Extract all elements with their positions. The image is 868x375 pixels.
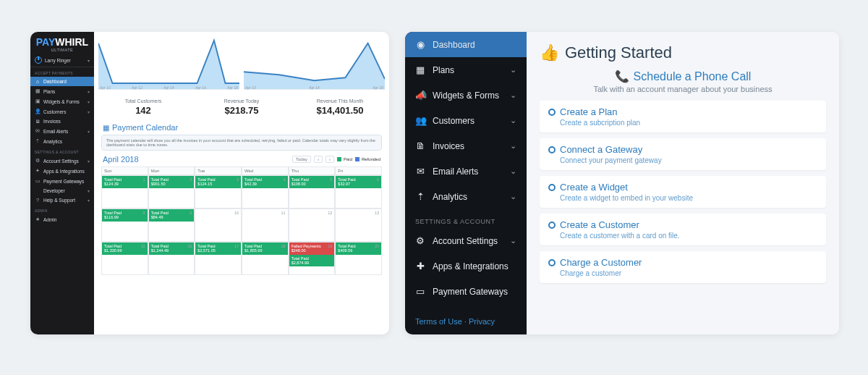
calendar-icon: ▦	[35, 88, 41, 94]
chevron-down-icon: ⌄	[510, 167, 516, 176]
step-card-charge-a-customer[interactable]: Charge a CustomerCharge a customer	[540, 251, 826, 283]
invoices-icon: 🗎	[35, 119, 41, 124]
sidebar-item-customers[interactable]: 👤Customers▾	[30, 106, 94, 117]
chevron-down-icon: ▾	[88, 89, 90, 94]
user-name: Larry Ringer	[45, 58, 71, 63]
calendar-cell[interactable]: 16Total Paid$1,244.49	[148, 242, 195, 275]
widgets-icon: ▣	[35, 98, 41, 104]
chart-customers: Apr 10Apr 12Apr 14Apr 16Apr 18	[98, 32, 239, 90]
email-icon: ✉	[35, 128, 41, 134]
sidebar-item-account-settings[interactable]: ⚙Account Settings⌄	[405, 228, 527, 253]
calendar-cell[interactable]: 15Total Paid$1,330.99	[101, 242, 148, 275]
day-header: Mon	[148, 167, 195, 175]
sidebar-item-account-settings[interactable]: ⚙Account Settings▾	[30, 156, 94, 166]
dashboard-icon: ◉	[415, 39, 425, 50]
payment-calendar-title: ▦ Payment Calendar	[94, 123, 389, 135]
right-sidebar: ◉Dashboard▦Plans⌄📣Widgets & Forms⌄👥Custo…	[405, 32, 527, 334]
chevron-down-icon: ▾	[88, 58, 90, 63]
calendar-cell[interactable]: 10	[195, 208, 242, 242]
sidebar-item-admin[interactable]: ★Admin	[30, 214, 94, 224]
calendar-cell[interactable]: 8Total Paid$116.99	[101, 208, 148, 242]
chevron-down-icon: ▾	[88, 159, 90, 164]
privacy-link[interactable]: Privacy	[469, 317, 495, 326]
calendar-cell[interactable]: 3Total Paid$124.15	[195, 175, 242, 208]
sidebar-item-dashboard[interactable]: ⌂Dashboard	[30, 77, 94, 86]
calendar-event[interactable]: Total Paid$124.39	[102, 176, 148, 188]
prev-button[interactable]: ‹	[314, 156, 323, 163]
calendar-info: The payment calendar will show you all t…	[101, 135, 382, 151]
circle-icon	[548, 184, 556, 191]
sidebar-item-apps-integrations[interactable]: ✚Apps & Integrations	[405, 253, 527, 279]
calendar-event[interactable]: Total Paid$901.50	[149, 176, 195, 188]
calendar-cell[interactable]: 2Total Paid$901.50	[148, 175, 195, 208]
sidebar-item-plans[interactable]: ▦Plans⌄	[405, 57, 527, 83]
kpi-revenue-today: Revenue Today$218.75	[192, 98, 291, 116]
sidebar-item-email-alerts[interactable]: ✉Email Alerts⌄	[405, 159, 527, 184]
calendar-event[interactable]: Total Paid$116.99	[102, 209, 148, 222]
section-header: SETTINGS & ACCOUNT	[30, 146, 94, 156]
sidebar-item-analytics[interactable]: ⇡Analytics⌄	[405, 184, 527, 209]
calendar-cell[interactable]: 11	[242, 208, 289, 242]
schedule-call-sub: Talk with an account manager about your …	[540, 85, 826, 93]
sidebar-item-widgets-forms[interactable]: ▣Widgets & Forms▾	[30, 96, 94, 106]
schedule-call-link[interactable]: 📞Schedule a Phone Call	[540, 69, 826, 83]
chart-revenue: Apr 10Apr 14Apr 18	[244, 32, 385, 90]
sidebar-item-payment-gateways[interactable]: ▭Payment Gateways	[405, 279, 527, 304]
today-button[interactable]: Today	[292, 156, 311, 163]
sidebar-item-help-support[interactable]: ?Help & Support▾	[30, 195, 94, 205]
getting-started-title: 👍 Getting Started	[540, 43, 826, 62]
step-card-create-a-plan[interactable]: Create a PlanCreate a subcription plan	[540, 101, 826, 132]
calendar-event[interactable]: Total Paid$124.15	[195, 176, 241, 188]
sidebar-item-payment-gateways[interactable]: ▭Payment Gateways	[30, 176, 94, 186]
step-card-create-a-widget[interactable]: Create a WidgetCreate a widget to embed …	[540, 176, 826, 208]
terms-link[interactable]: Terms of Use	[415, 317, 462, 326]
brand-logo: PAYWHIRL ULTIMATE	[30, 32, 94, 54]
phone-icon: 📞	[615, 70, 629, 83]
kpi-revenue-this-month: Revenue This Month$14,401.50	[291, 98, 389, 116]
admin-icon: ★	[35, 216, 41, 222]
help-icon: ?	[35, 198, 41, 203]
calendar-cell[interactable]: 12	[289, 208, 336, 242]
left-sidebar: PAYWHIRL ULTIMATE Larry Ringer ▾ ACCEPT …	[30, 32, 94, 334]
sidebar-item-invoices[interactable]: 🗎Invoices⌄	[405, 133, 527, 159]
calendar-cell[interactable]: 17Total Paid$2,571.05	[195, 242, 242, 275]
chevron-down-icon: ⌄	[510, 236, 516, 245]
sidebar-item-widgets-forms[interactable]: 📣Widgets & Forms⌄	[405, 83, 527, 108]
calendar-event[interactable]: Total Paid$84.49	[149, 209, 195, 222]
sidebar-item-analytics[interactable]: ⇡Analytics	[30, 136, 94, 146]
card-icon: ▭	[415, 286, 425, 297]
calendar-cell[interactable]: 1Total Paid$124.39	[101, 175, 148, 208]
calendar-icon: ▦	[103, 124, 109, 132]
sidebar-item-dashboard[interactable]: ◉Dashboard	[405, 32, 527, 57]
calendar-month: April 2018	[103, 155, 139, 164]
calendar-cell[interactable]: 6Total Paid$32.97	[335, 175, 382, 208]
sidebar-item-customers[interactable]: 👥Customers⌄	[405, 108, 527, 133]
sidebar-item-email-alerts[interactable]: ✉Email Alerts▾	[30, 126, 94, 136]
dashboard-screenshot-left: PAYWHIRL ULTIMATE Larry Ringer ▾ ACCEPT …	[30, 32, 389, 334]
chevron-down-icon: ⌄	[510, 65, 516, 75]
calendar-cell[interactable]: 5Total Paid$108.00	[289, 175, 336, 208]
calendar-event[interactable]: Total Paid$108.00	[289, 176, 335, 188]
calendar-event[interactable]: Total Paid$42.39	[242, 176, 288, 188]
calendar-cell[interactable]: 20Total Paid$409.59	[335, 242, 382, 275]
step-card-create-a-customer[interactable]: Create a CustomerCreate a customer with …	[540, 214, 826, 245]
calendar-cell[interactable]: 9Total Paid$84.49	[148, 208, 195, 242]
user-menu[interactable]: Larry Ringer ▾	[30, 54, 94, 67]
apps-icon: ✦	[35, 168, 41, 174]
step-card-connect-a-gateway[interactable]: Connect a GatewayConnect your payment ga…	[540, 138, 826, 170]
calendar-cell[interactable]: 18Total Paid$1,855.99	[242, 242, 289, 275]
next-button[interactable]: ›	[326, 156, 334, 163]
sidebar-item-apps-integrations[interactable]: ✦Apps & Integrations	[30, 166, 94, 176]
day-header: Tue	[195, 167, 242, 175]
sidebar-item-plans[interactable]: ▦Plans▾	[30, 86, 94, 96]
sidebar-item-invoices[interactable]: 🗎Invoices	[30, 117, 94, 126]
calendar-event[interactable]: Total Paid$32.97	[336, 176, 381, 188]
calendar-cell[interactable]: 13	[335, 208, 382, 242]
email-icon: ✉	[415, 166, 425, 177]
calendar-cell[interactable]: 19Failed Payments$248.00Total Paid$2,874…	[289, 242, 336, 275]
circle-icon	[548, 109, 556, 116]
calendar-cell[interactable]: 4Total Paid$42.39	[242, 175, 289, 208]
card-icon: ▭	[35, 178, 41, 184]
sidebar-item-developer[interactable]: Developer▾	[30, 186, 94, 195]
calendar-event[interactable]: Total Paid$2,874.99	[289, 255, 335, 267]
